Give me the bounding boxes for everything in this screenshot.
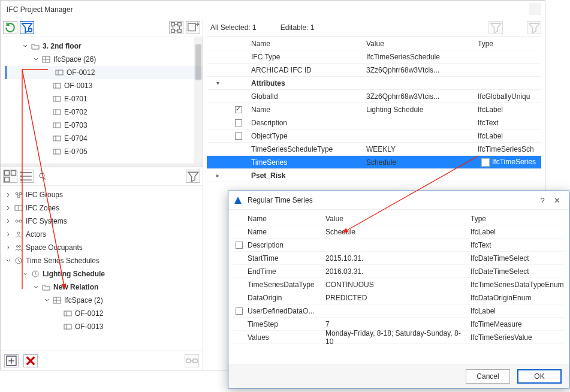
ifcspace-icon (41, 55, 51, 64)
row-description[interactable]: Description IfcText (207, 116, 541, 129)
drow-description[interactable]: DescriptionIfcText (233, 239, 564, 252)
svg-point-21 (16, 192, 18, 195)
svg-rect-7 (56, 70, 63, 75)
space-icon (52, 108, 62, 116)
link-button[interactable] (185, 354, 199, 367)
svg-point-17 (21, 172, 22, 173)
ok-button[interactable]: OK (517, 369, 562, 384)
space-icon (63, 309, 73, 318)
tree-ifcspace2[interactable]: IfcSpace (2) (5, 294, 203, 307)
svg-rect-11 (53, 123, 61, 128)
space-icon (52, 121, 62, 129)
dcheckbox-description[interactable] (236, 242, 243, 249)
svg-point-20 (40, 173, 44, 178)
close-window-button[interactable] (529, 3, 541, 15)
checkbox-name[interactable] (235, 106, 242, 113)
svg-point-25 (16, 220, 18, 222)
drow-dataorigin[interactable]: DataOriginPREDICTEDIfcDataOriginEnum (233, 291, 564, 304)
tree-item-of0013[interactable]: OF-0013 (5, 79, 203, 92)
svg-rect-15 (11, 171, 16, 176)
filter-text-button[interactable] (186, 170, 200, 183)
drow-userdef[interactable]: UserDefinedDataO...IfcLabel (233, 304, 564, 318)
svg-point-23 (17, 195, 20, 198)
window-title-bar: IFC Project Manager (1, 1, 545, 19)
svg-rect-14 (5, 171, 10, 176)
tree-item-of0012[interactable]: OF-0012 (5, 66, 203, 79)
dialog-help-button[interactable]: ? (535, 196, 550, 205)
row-timeseries[interactable]: TimeSeries Schedule …IfcTimeSeries (207, 156, 541, 169)
svg-point-18 (21, 176, 22, 177)
add-button[interactable] (4, 354, 19, 367)
tree-item-e0704[interactable]: E-0704 (5, 132, 203, 145)
overflow-button[interactable] (186, 21, 200, 34)
row-objecttype[interactable]: ObjectType IfcLabel (207, 129, 541, 143)
svg-rect-5 (188, 23, 195, 31)
prop-filter-button-2[interactable] (527, 21, 541, 34)
actors-icon (14, 230, 23, 239)
tree-rel-of0013[interactable]: OF-0013 (5, 320, 203, 333)
space-icon (55, 68, 64, 77)
tree-list-button[interactable] (20, 170, 34, 183)
tree-new-relation[interactable]: New Relation (5, 281, 203, 294)
drow-endtime[interactable]: EndTime2016.03.31.IfcDateTimeSelect (233, 265, 564, 278)
prop-filter-button-1[interactable] (488, 21, 503, 34)
delete-button[interactable] (23, 354, 38, 367)
tree-ifc-groups[interactable]: IFC Groups (5, 188, 203, 201)
search-icon[interactable] (37, 172, 49, 180)
svg-rect-13 (53, 149, 61, 154)
svg-rect-33 (64, 311, 71, 316)
filter-visibility-button[interactable] (20, 21, 34, 34)
dialog-close-button[interactable]: ✕ (550, 196, 564, 205)
drow-name[interactable]: NameScheduleIfcLabel (233, 225, 564, 239)
tree-space-occupants[interactable]: Space Occupants (5, 241, 203, 254)
svg-rect-12 (53, 136, 61, 141)
timeseries-ellipsis-button[interactable]: … (481, 158, 490, 167)
row-globalid[interactable]: GlobalId 3Zz6Qphrr68w3Vtcis... IfcGlobal… (207, 90, 541, 103)
tree-item-e0705[interactable]: E-0705 (5, 145, 203, 158)
svg-point-19 (21, 180, 22, 181)
section-pset-risk[interactable]: ▸ Pset_Risk (207, 169, 541, 182)
drow-tsdatatype[interactable]: TimeSeriesDataTypeCONTINUOUSIfcTimeSerie… (233, 278, 564, 291)
drow-values[interactable]: ValuesMonday-Friday, 8-18; Saturday-Sund… (233, 331, 564, 344)
tree-ifc-systems[interactable]: IFC Systems (5, 215, 203, 228)
row-archicad-id[interactable]: ARCHICAD IFC ID 3Zz6Qphrr68w3Vtcis... (207, 64, 541, 77)
tree-floor[interactable]: 3. 2nd floor (5, 40, 203, 53)
tree-item-e0702[interactable]: E-0702 (5, 105, 203, 119)
refresh-button[interactable] (3, 21, 17, 34)
tree-rel-of0012[interactable]: OF-0012 (5, 307, 203, 320)
tree-lighting-schedule[interactable]: Lighting Schedule (5, 267, 203, 281)
dcheckbox-userdef[interactable] (236, 307, 243, 315)
svg-rect-16 (5, 177, 10, 182)
svg-point-28 (17, 246, 19, 248)
svg-point-22 (19, 192, 22, 195)
svg-rect-3 (171, 29, 175, 33)
tree-actors[interactable]: Actors (5, 228, 203, 241)
checkbox-objecttype[interactable] (235, 132, 242, 140)
svg-point-27 (17, 232, 20, 234)
svg-rect-34 (64, 324, 71, 329)
svg-rect-10 (53, 110, 61, 114)
selection-count: All Selected: 1 (210, 23, 257, 32)
cancel-button[interactable]: Cancel (466, 369, 510, 384)
folder-icon (31, 42, 40, 50)
ifcspace-icon (52, 296, 62, 304)
tree-tss[interactable]: Time Series Schedules (5, 254, 203, 267)
row-ifc-type[interactable]: IFC Type IfcTimeSeriesSchedule (207, 50, 541, 64)
tree-groups-button[interactable] (3, 170, 17, 183)
space-icon (52, 95, 62, 103)
folder-icon (41, 283, 51, 291)
drow-starttime[interactable]: StartTime2015.10.31.IfcDateTimeSelect (233, 252, 564, 265)
clock-icon (14, 257, 23, 265)
property-grid: Name Value Type IFC Type IfcTimeSeriesSc… (207, 37, 541, 182)
tree-item-e0701[interactable]: E-0701 (5, 92, 203, 105)
row-name[interactable]: Name Lighting Schedule IfcLabel (207, 103, 541, 116)
tree-item-e0703[interactable]: E-0703 (5, 119, 203, 132)
checkbox-description[interactable] (235, 119, 242, 126)
space-icon (52, 82, 62, 90)
zones-icon (14, 204, 23, 212)
row-tss-type[interactable]: TimeSeriesScheduleType WEEKLY IfcTimeSer… (207, 143, 541, 156)
layout-mode-button[interactable] (169, 21, 183, 34)
tree-ifcspace[interactable]: IfcSpace (26) (5, 53, 203, 66)
tree-ifc-zones[interactable]: IFC Zones (5, 201, 203, 215)
section-attributes[interactable]: ▾ Attributes (207, 77, 541, 90)
